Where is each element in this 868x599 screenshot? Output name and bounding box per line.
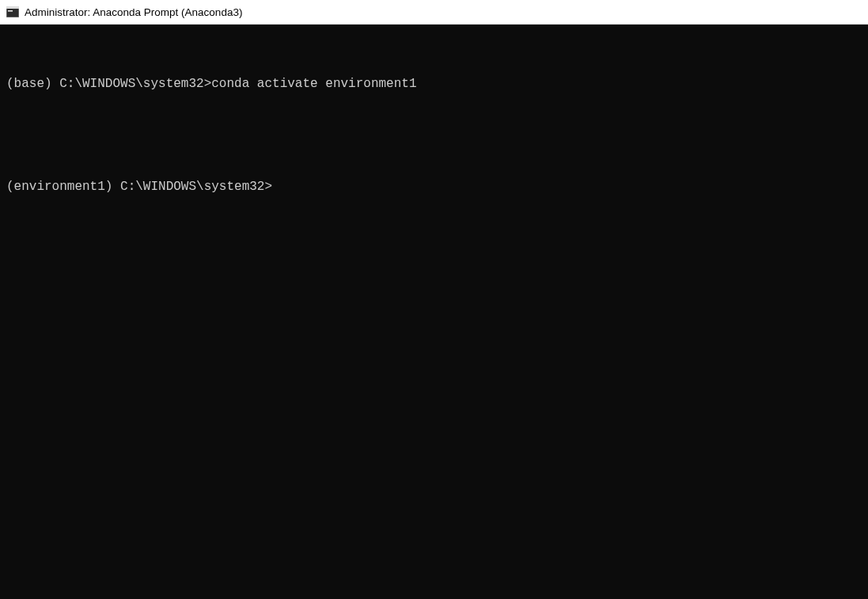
terminal-line: (environment1) C:\WINDOWS\system32> xyxy=(6,176,862,197)
svg-rect-1 xyxy=(6,6,19,9)
command-text: conda activate environment1 xyxy=(211,77,416,91)
window-titlebar[interactable]: Administrator: Anaconda Prompt (Anaconda… xyxy=(0,0,868,25)
terminal-line: (base) C:\WINDOWS\system32>conda activat… xyxy=(6,74,862,94)
prompt-text: (base) C:\WINDOWS\system32> xyxy=(6,77,211,91)
prompt-text: (environment1) C:\WINDOWS\system32> xyxy=(6,180,272,194)
window-title: Administrator: Anaconda Prompt (Anaconda… xyxy=(25,6,242,18)
terminal-icon xyxy=(6,6,19,18)
svg-rect-2 xyxy=(8,10,13,12)
terminal-output[interactable]: (base) C:\WINDOWS\system32>conda activat… xyxy=(0,25,868,599)
